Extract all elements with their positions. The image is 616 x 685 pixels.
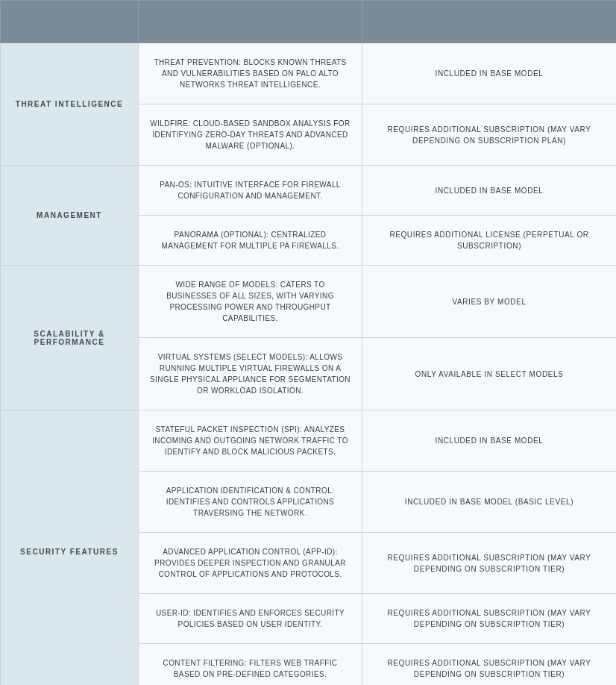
pricing-cell: REQUIRES ADDITIONAL SUBSCRIPTION (MAY VA…	[362, 594, 617, 644]
pricing-cell: INCLUDED IN BASE MODEL	[362, 166, 617, 216]
pricing-cell: REQUIRES ADDITIONAL SUBSCRIPTION (MAY VA…	[362, 104, 617, 166]
feature-cell: SECURITY FEATURES	[1, 410, 139, 686]
description-cell: WILDFIRE: CLOUD-BASED SANDBOX ANALYSIS F…	[139, 104, 362, 166]
pricing-cell: VARIES BY MODEL	[362, 266, 617, 338]
pricing-cell: INCLUDED IN BASE MODEL	[362, 410, 617, 472]
description-cell: VIRTUAL SYSTEMS (SELECT MODELS): ALLOWS …	[139, 338, 362, 410]
feature-cell: THREAT INTELLIGENCE	[1, 43, 139, 166]
description-cell: THREAT PREVENTION: BLOCKS KNOWN THREATS …	[139, 43, 362, 104]
pricing-cell: REQUIRES ADDITIONAL SUBSCRIPTION (MAY VA…	[362, 533, 617, 594]
feature-cell: SCALABILITY & PERFORMANCE	[1, 266, 139, 410]
feature-cell: MANAGEMENT	[1, 166, 139, 266]
pricing-cell: INCLUDED IN BASE MODEL (BASIC LEVEL)	[362, 472, 617, 533]
description-cell: WIDE RANGE OF MODELS: CATERS TO BUSINESS…	[139, 266, 362, 338]
pricing-cell: ONLY AVAILABLE IN SELECT MODELS	[362, 338, 617, 410]
description-cell: PANORAMA (OPTIONAL): CENTRALIZED MANAGEM…	[139, 216, 362, 266]
header-description	[139, 1, 362, 43]
pricing-cell: REQUIRES ADDITIONAL SUBSCRIPTION (MAY VA…	[362, 644, 617, 686]
pricing-cell: INCLUDED IN BASE MODEL	[362, 43, 617, 104]
header-pricing	[362, 1, 617, 43]
description-cell: ADVANCED APPLICATION CONTROL (APP-ID): P…	[139, 533, 362, 594]
pricing-cell: REQUIRES ADDITIONAL LICENSE (PERPETUAL O…	[362, 216, 617, 266]
description-cell: STATEFUL PACKET INSPECTION (SPI): ANALYZ…	[139, 410, 362, 472]
header-feature	[1, 1, 139, 43]
description-cell: CONTENT FILTERING: FILTERS WEB TRAFFIC B…	[139, 644, 362, 686]
description-cell: APPLICATION IDENTIFICATION & CONTROL: ID…	[139, 472, 362, 533]
description-cell: USER-ID: IDENTIFIES AND ENFORCES SECURIT…	[139, 594, 362, 644]
description-cell: PAN-OS: INTUITIVE INTERFACE FOR FIREWALL…	[139, 166, 362, 216]
